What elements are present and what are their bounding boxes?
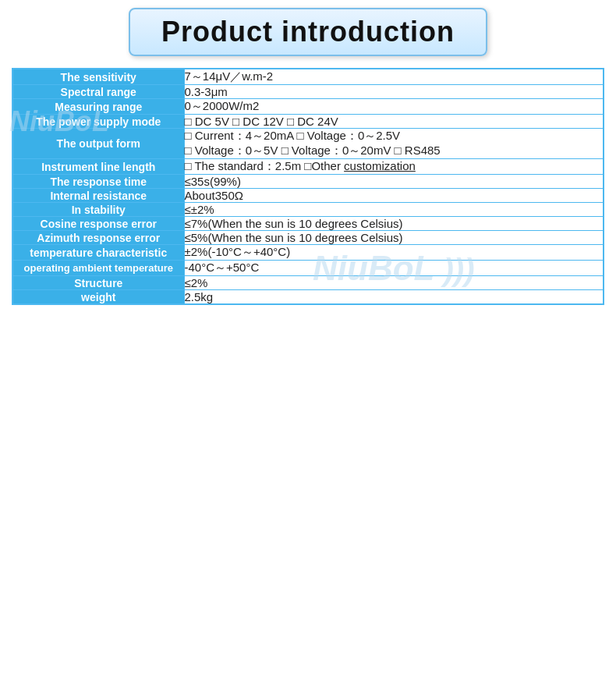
table-row: temperature characteristic±2%(-10°C～+40°… [12,245,604,261]
row-value-14: 2.5kg [184,290,604,305]
row-label-5: Instrument line length [12,159,184,175]
row-label-0: The sensitivity [12,69,184,85]
row-value-10: ≤5%(When the sun is 10 degrees Celsius) [184,231,604,245]
row-value-9: ≤7%(When the sun is 10 degrees Celsius) [184,217,604,231]
row-value-3: □ DC 5V □ DC 12V □ DC 24V [184,115,604,129]
row-label-2: Measuring range [12,99,184,115]
table-row: The output form□ Current：4～20mA □ Voltag… [12,129,604,159]
table-row: Spectral range0.3-3μm [12,85,604,99]
row-value-0: 7～14μV／w.m-2 [184,69,604,85]
table-row: Azimuth response error≤5%(When the sun i… [12,231,604,245]
row-value-6: ≤35s(99%) [184,175,604,189]
title-box: Product introduction [129,8,487,56]
spec-table: The sensitivity7～14μV／w.m-2Spectral rang… [12,68,604,305]
row-label-7: Internal resistance [12,189,184,203]
table-row: Cosine response error≤7%(When the sun is… [12,217,604,231]
row-label-13: Structure [12,276,184,290]
row-label-12: operating ambient temperature [12,261,184,276]
row-label-4: The output form [12,129,184,159]
row-label-3: NiuBoLThe power supply mode [12,115,184,129]
row-label-11: temperature characteristic [12,245,184,261]
row-label-6: The response time [12,175,184,189]
table-row: operating ambient temperature-40°C～+50°C… [12,261,604,276]
row-label-9: Cosine response error [12,217,184,231]
row-value-11: ±2%(-10°C～+40°C) [184,245,604,261]
row-label-14: weight [12,290,184,305]
row-value-13: ≤2% [184,276,604,290]
row-value-1: 0.3-3μm [184,85,604,99]
row-value-7: About350Ω [184,189,604,203]
row-value-5: □ The standard：2.5m □Other customization [184,159,604,175]
table-row: In stability≤±2% [12,203,604,217]
page-wrapper: Product introduction The sensitivity7～14… [0,0,616,321]
table-row: Measuring range0～2000W/m2 [12,99,604,115]
row-value-2: 0～2000W/m2 [184,99,604,115]
row-label-10: Azimuth response error [12,231,184,245]
page-title: Product introduction [161,16,455,48]
table-row: The response time≤35s(99%) [12,175,604,189]
row-label-8: In stability [12,203,184,217]
row-value-12: -40°C～+50°CNiuBoL ))) [184,261,604,276]
table-row: Internal resistanceAbout350Ω [12,189,604,203]
row-value-4: □ Current：4～20mA □ Voltage：0～2.5V□ Volta… [184,129,604,159]
table-row: Instrument line length□ The standard：2.5… [12,159,604,175]
table-row: NiuBoLThe power supply mode□ DC 5V □ DC … [12,115,604,129]
table-row: weight2.5kg [12,290,604,305]
table-row: The sensitivity7～14μV／w.m-2 [12,69,604,85]
row-value-8: ≤±2% [184,203,604,217]
row-label-1: Spectral range [12,85,184,99]
table-row: Structure≤2% [12,276,604,290]
title-wrapper: Product introduction [12,8,604,56]
